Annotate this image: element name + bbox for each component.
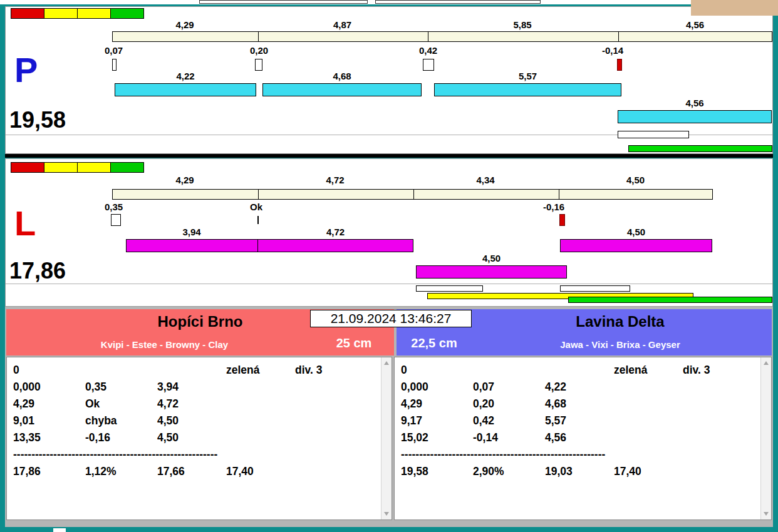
scrollbar[interactable]	[381, 357, 392, 519]
cell: 0,42	[473, 412, 545, 429]
table-row: 0zelenádiv. 3	[401, 362, 761, 379]
measure-bar	[262, 83, 422, 96]
lane-p-panel: 4,29 4,87 5,85 4,56 0,07 0,20 0,42 -0,14…	[5, 6, 773, 154]
measure-bar	[126, 239, 258, 252]
deviation-label: 0,20	[250, 46, 294, 56]
measure-bar-label: 5,57	[434, 71, 621, 81]
cell: 4,50	[157, 412, 226, 429]
team-members: Kvipi - Estee - Browny - Clay	[6, 339, 323, 350]
cell: 4,29	[401, 396, 473, 412]
measure-bar	[434, 83, 621, 96]
scrollbar[interactable]	[760, 357, 771, 519]
lane-letter: L	[14, 205, 36, 242]
lane-total: 19,58	[9, 108, 66, 132]
team-right-results: 0zelenádiv. 3 0,0000,074,22 4,290,204,68…	[394, 357, 772, 520]
measure-bar-label: 3,94	[126, 227, 257, 237]
cell: 17,40	[614, 463, 683, 480]
lane-letter: P	[14, 52, 38, 88]
ok-tick-marker	[257, 216, 259, 224]
table-row: 0,0000,074,22	[401, 379, 761, 396]
cell: div. 3	[683, 362, 710, 379]
legend-yellow2-swatch	[77, 8, 111, 19]
cell: div. 3	[295, 362, 322, 379]
panel-divider	[5, 154, 773, 158]
cell: 1,12%	[85, 463, 157, 480]
measure-bar-label: 4,22	[115, 71, 256, 81]
cell: 9,01	[13, 412, 85, 429]
scale-segment-label: 4,50	[558, 175, 713, 185]
lane-l-panel: 4,29 4,72 4,34 4,50 0,35 Ok -0,16 3,94 4…	[5, 158, 773, 307]
measure-bar-label: 4,50	[560, 227, 712, 237]
empty-indicator-bar	[618, 131, 689, 138]
deviation-label: 0,07	[105, 46, 148, 56]
legend-red-swatch	[11, 8, 44, 19]
scroll-down-icon[interactable]	[384, 512, 389, 516]
cell: 5,57	[545, 412, 614, 429]
green-progress-bar	[568, 297, 772, 303]
cell: 0,20	[473, 396, 545, 412]
measure-bar-label: 4,72	[257, 227, 413, 237]
deviation-marker-negative	[559, 214, 565, 226]
cell: 9,17	[401, 412, 473, 429]
cell: 4,72	[157, 396, 226, 412]
cell: 17,66	[157, 463, 226, 480]
table-row: 4,290,204,68	[401, 396, 761, 412]
reference-scale-bar	[112, 189, 713, 200]
separator-row: ----------------------------------------…	[13, 446, 381, 463]
deviation-label: -0,16	[543, 202, 587, 212]
measure-bar	[257, 239, 413, 252]
cell: 17,40	[226, 463, 295, 480]
measure-bar-label: 4,50	[416, 253, 567, 263]
datetime-display: 21.09.2024 13:46:27	[310, 310, 472, 327]
cell: 19,58	[401, 463, 473, 480]
deviation-marker	[255, 59, 262, 71]
results-text[interactable]: 0zelenádiv. 3 0,0000,074,22 4,290,204,68…	[395, 357, 761, 519]
measure-bar	[115, 83, 256, 96]
cell: 19,03	[545, 463, 614, 480]
cell: zelená	[614, 362, 683, 379]
table-row: 0,0000,353,94	[13, 379, 381, 396]
cell: 4,68	[545, 396, 614, 412]
cell: -0,14	[473, 429, 545, 446]
results-text[interactable]: 0zelenádiv. 3 0,0000,353,94 4,29Ok4,72 9…	[7, 357, 381, 519]
deviation-marker-negative	[617, 59, 622, 71]
measure-bar	[560, 239, 712, 252]
empty-indicator-bar	[416, 285, 483, 292]
deviation-label: 0,35	[105, 202, 148, 212]
legend-yellow2-swatch	[77, 162, 111, 173]
window-fragment	[53, 528, 66, 532]
scroll-down-icon[interactable]	[764, 512, 769, 516]
table-row: 4,29Ok4,72	[13, 396, 381, 412]
legend-red-swatch	[11, 162, 44, 173]
scroll-up-icon[interactable]	[764, 361, 769, 365]
scroll-up-icon[interactable]	[384, 361, 389, 365]
cell: 17,86	[13, 463, 85, 480]
totals-row: 17,861,12%17,6617,40	[13, 463, 381, 480]
scale-segment-label: 5,85	[427, 20, 618, 30]
deviation-marker	[111, 214, 121, 226]
legend-green-swatch	[110, 8, 144, 19]
cell: 0,000	[401, 379, 473, 396]
scale-tick	[618, 32, 619, 41]
scale-tick	[428, 32, 428, 41]
table-row: 9,01chyba4,50	[13, 412, 381, 429]
window-fragment	[375, 0, 541, 4]
cell: 4,29	[13, 396, 85, 412]
track-width-label: 25 cm	[323, 335, 385, 350]
cell: chyba	[85, 412, 157, 429]
scale-segment-label: 4,29	[112, 175, 257, 185]
measure-bar	[618, 110, 772, 123]
reference-scale-bar	[112, 31, 772, 42]
measure-bar-label: 4,68	[262, 71, 422, 81]
cell: 15,02	[401, 429, 473, 446]
scale-tick	[559, 190, 559, 199]
separator-line	[6, 284, 772, 284]
cell: 0,35	[85, 379, 157, 396]
totals-row: 19,582,90%19,0317,40	[401, 463, 761, 480]
separator-row: ----------------------------------------…	[401, 446, 761, 463]
app-window: 4,29 4,87 5,85 4,56 0,07 0,20 0,42 -0,14…	[0, 0, 778, 532]
deviation-marker	[112, 59, 117, 71]
cell: zelená	[226, 362, 295, 379]
measure-bar	[416, 265, 567, 279]
track-width-label: 22,5 cm	[400, 335, 469, 350]
